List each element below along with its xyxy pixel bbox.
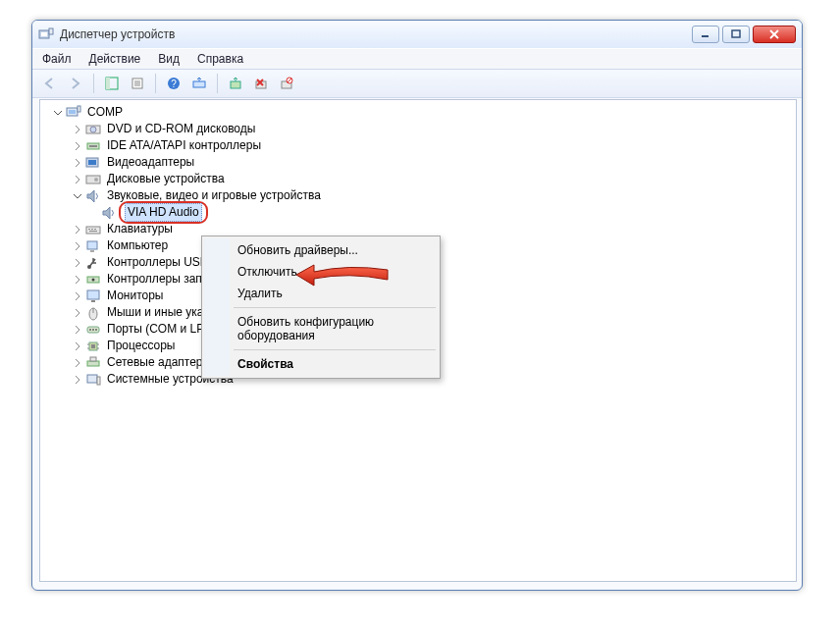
tree-node-ide[interactable]: IDE ATA/ATAPI контроллеры [46, 137, 790, 154]
expand-icon[interactable] [72, 157, 83, 169]
svg-rect-34 [86, 227, 100, 234]
close-button[interactable] [753, 26, 796, 43]
context-delete[interactable]: Удалить [204, 283, 438, 304]
expand-icon[interactable] [72, 357, 83, 369]
menu-action[interactable]: Действие [89, 52, 141, 66]
svg-rect-53 [91, 344, 95, 348]
svg-rect-16 [231, 81, 240, 88]
node-label: Дисковые устройства [105, 171, 227, 187]
svg-rect-25 [78, 106, 80, 112]
toolbar-separator [93, 74, 94, 93]
svg-point-50 [92, 329, 94, 331]
maximize-button[interactable] [722, 26, 750, 43]
menu-help[interactable]: Справка [197, 52, 243, 66]
svg-point-27 [90, 127, 96, 132]
expand-icon[interactable] [72, 224, 83, 236]
svg-rect-31 [88, 160, 96, 165]
svg-point-43 [92, 278, 95, 281]
node-label: COMP [85, 104, 125, 121]
window-title: Диспетчер устройств [60, 27, 689, 41]
expand-icon[interactable] [72, 307, 83, 319]
properties-toolbar-button[interactable] [126, 73, 149, 94]
svg-rect-60 [87, 375, 97, 383]
menu-view[interactable]: Вид [158, 52, 180, 66]
context-update-drivers[interactable]: Обновить драйверы... [204, 239, 438, 261]
node-label: DVD и CD-ROM дисководы [105, 121, 257, 137]
context-refresh-hardware[interactable]: Обновить конфигурацию оборудования [204, 311, 438, 346]
tree-node-video[interactable]: Видеоадаптеры [46, 154, 790, 171]
svg-line-5 [770, 30, 778, 38]
svg-rect-35 [88, 229, 90, 230]
controller-icon [85, 138, 101, 154]
svg-rect-24 [69, 110, 76, 114]
svg-rect-29 [89, 145, 97, 147]
app-icon [38, 26, 54, 42]
system-device-icon [85, 372, 101, 388]
expand-icon[interactable] [72, 140, 83, 152]
tree-node-disk[interactable]: Дисковые устройства [46, 171, 790, 187]
usb-icon [85, 255, 101, 271]
node-label: Процессоры [105, 338, 178, 354]
help-toolbar-button[interactable]: ? [162, 73, 185, 94]
svg-point-49 [89, 329, 91, 331]
network-icon [85, 355, 101, 371]
node-label: Контроллеры USB [105, 254, 210, 271]
forward-button[interactable] [64, 73, 87, 94]
svg-rect-59 [90, 357, 96, 361]
svg-rect-61 [97, 377, 100, 385]
context-properties[interactable]: Свойства [204, 353, 438, 375]
show-hide-tree-button[interactable] [100, 73, 124, 94]
node-label: IDE ATA/ATAPI контроллеры [105, 137, 263, 154]
node-label: Мониторы [105, 288, 165, 304]
node-label: Видеоадаптеры [105, 154, 196, 171]
context-separator [234, 307, 436, 308]
scan-hardware-button[interactable] [187, 73, 211, 94]
expand-icon[interactable] [72, 174, 83, 185]
keyboard-icon [85, 222, 101, 237]
menubar: Файл Действие Вид Справка [32, 48, 802, 69]
context-menu: Обновить драйверы... Отключить Удалить О… [201, 236, 441, 379]
expand-icon[interactable] [72, 257, 83, 269]
tree-root[interactable]: COMP [46, 104, 790, 121]
display-adapter-icon [85, 155, 101, 171]
tree-node-via-hd-audio[interactable]: VIA HD Audio [46, 204, 790, 221]
tree-node-dvd[interactable]: DVD и CD-ROM дисководы [46, 121, 790, 137]
collapse-icon[interactable] [72, 190, 83, 202]
svg-rect-44 [87, 290, 99, 299]
expand-icon[interactable] [72, 324, 83, 336]
toolbar-separator [217, 74, 218, 93]
mouse-icon [85, 305, 101, 321]
update-driver-button[interactable] [224, 73, 247, 94]
svg-rect-45 [91, 300, 95, 302]
svg-rect-8 [106, 78, 110, 89]
expand-icon[interactable] [72, 290, 83, 302]
svg-text:?: ? [171, 78, 177, 89]
svg-rect-36 [91, 229, 93, 230]
svg-line-6 [770, 30, 778, 38]
monitor-icon [85, 288, 101, 304]
disable-button[interactable] [275, 73, 298, 94]
node-label: Компьютер [105, 237, 170, 254]
expand-icon[interactable] [72, 340, 83, 352]
collapse-icon[interactable] [52, 107, 64, 119]
toolbar: ? [32, 69, 802, 98]
expand-icon[interactable] [72, 274, 83, 286]
computer-icon [85, 238, 101, 254]
svg-point-51 [95, 329, 97, 331]
back-button[interactable] [38, 73, 62, 94]
context-disable[interactable]: Отключить [204, 261, 438, 283]
expand-icon[interactable] [72, 124, 83, 135]
sound-icon [85, 188, 101, 204]
svg-rect-40 [90, 250, 94, 252]
uninstall-button[interactable] [249, 73, 273, 94]
node-label: Сетевые адаптеры [105, 354, 213, 371]
expand-icon[interactable] [72, 374, 83, 386]
svg-rect-4 [732, 30, 740, 37]
disk-drive-icon [85, 172, 101, 187]
node-label: Клавиатуры [105, 221, 175, 237]
expand-icon[interactable] [72, 240, 83, 252]
window-controls [689, 26, 796, 43]
cpu-icon [85, 339, 101, 354]
minimize-button[interactable] [692, 26, 719, 43]
menu-file[interactable]: Файл [42, 52, 72, 66]
